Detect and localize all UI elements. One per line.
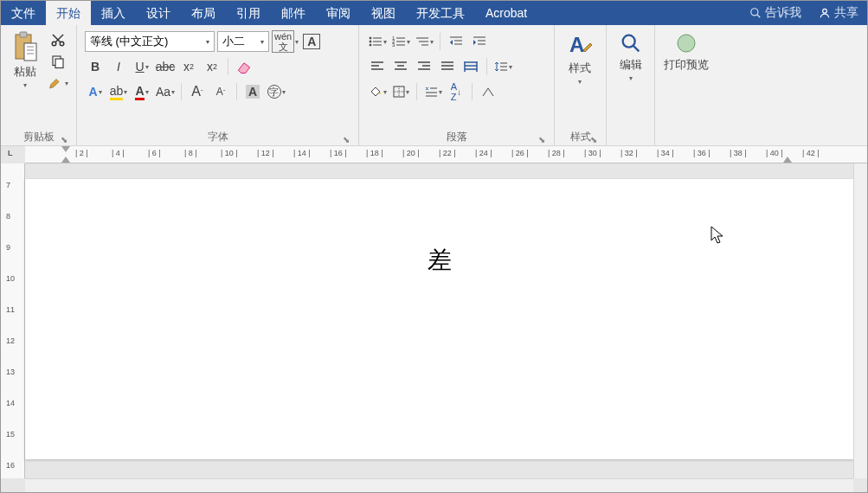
tab-layout[interactable]: 布局	[181, 1, 226, 25]
phonetic-guide-button[interactable]: wén文	[272, 31, 299, 52]
ruler-tick: | 28 |	[548, 149, 565, 157]
first-line-indent-marker[interactable]	[61, 146, 70, 152]
italic-button[interactable]: I	[108, 56, 129, 77]
change-case-button[interactable]: Aa	[155, 81, 176, 102]
tab-insert[interactable]: 插入	[91, 1, 136, 25]
clear-formatting-button[interactable]	[234, 56, 254, 77]
line-spacing-button[interactable]	[492, 56, 513, 77]
font-name-combo[interactable]: 等线 (中文正文)▾	[85, 31, 215, 52]
borders-button[interactable]	[390, 81, 411, 102]
underline-button[interactable]: U	[132, 56, 152, 77]
justify-button[interactable]	[437, 56, 458, 77]
bullets-button[interactable]	[367, 31, 388, 52]
wen-icon: wén文	[272, 30, 294, 53]
distributed-icon	[464, 61, 478, 73]
font-dialog-launcher[interactable]: ⬊	[341, 134, 351, 144]
cut-button[interactable]	[48, 29, 68, 50]
scissors-icon	[50, 32, 66, 48]
tab-review[interactable]: 审阅	[316, 1, 361, 25]
horizontal-scrollbar[interactable]	[25, 478, 853, 492]
align-center-icon	[394, 61, 408, 73]
enclose-char-button[interactable]: 字	[266, 81, 286, 102]
decrease-indent-button[interactable]	[446, 31, 466, 52]
show-marks-button[interactable]	[478, 81, 498, 102]
hanging-indent-marker[interactable]	[61, 157, 70, 163]
group-clipboard: 粘贴 ▾ 剪贴板⬊	[1, 25, 77, 146]
document-text[interactable]: 差	[428, 244, 452, 277]
tab-home[interactable]: 开始	[46, 1, 91, 25]
print-preview-button[interactable]: 打印预览	[659, 28, 713, 131]
document-area[interactable]: 差	[25, 163, 853, 478]
superscript-button[interactable]: x2	[202, 56, 222, 77]
grow-font-button[interactable]: Aˆ	[187, 81, 208, 102]
shading-button[interactable]	[367, 81, 388, 102]
svg-rect-5	[24, 43, 36, 61]
find-icon	[619, 31, 643, 55]
shrink-font-button[interactable]: Aˇ	[210, 81, 231, 102]
tab-acrobat[interactable]: Acrobat	[475, 1, 537, 25]
right-indent-marker[interactable]	[783, 157, 792, 163]
tell-me[interactable]: 告诉我	[741, 5, 810, 21]
ruler-tick: | 26 |	[511, 149, 529, 157]
char-border-button[interactable]: A	[301, 31, 322, 52]
font-color-button[interactable]: A	[132, 81, 152, 102]
paragraph-group-label: 段落	[447, 131, 467, 143]
multilevel-list-button[interactable]	[414, 31, 434, 52]
editing-button[interactable]: 编辑 ▾	[611, 28, 650, 131]
char-shading-button[interactable]: A	[242, 81, 263, 102]
numbering-button[interactable]: 123	[390, 31, 411, 52]
subscript-button[interactable]: x2	[178, 56, 199, 77]
svg-rect-4	[20, 32, 27, 37]
tab-file[interactable]: 文件	[1, 1, 46, 25]
distributed-button[interactable]	[460, 56, 481, 77]
ruler-tick: | 32 |	[620, 149, 638, 157]
snap-to-grid-button[interactable]	[422, 81, 443, 102]
tab-references[interactable]: 引用	[226, 1, 271, 25]
format-painter-button[interactable]	[48, 73, 68, 93]
brush-icon	[48, 75, 64, 91]
highlight-button[interactable]: ab	[108, 81, 129, 102]
ruler-tick: 16	[6, 461, 15, 470]
align-center-button[interactable]	[390, 56, 411, 77]
group-preview: 打印预览	[655, 25, 717, 146]
ruler-tick: 15	[6, 430, 15, 439]
vertical-scrollbar[interactable]	[853, 163, 867, 478]
ruler-horizontal[interactable]: L | 2 || 4 || 6 || 8 || 10 || 12 || 14 |…	[25, 146, 867, 163]
align-left-button[interactable]	[367, 56, 388, 77]
group-editing: 编辑 ▾	[607, 25, 655, 146]
group-styles: A 样式 ▾ 样式⬊	[555, 25, 607, 146]
styles-button[interactable]: A 样式 ▾	[559, 28, 601, 131]
strikethrough-button[interactable]: abc	[155, 56, 176, 77]
svg-rect-14	[55, 59, 63, 68]
search-icon	[749, 7, 762, 19]
ruler-tick: 13	[6, 368, 15, 376]
bold-button[interactable]: B	[85, 56, 106, 77]
paste-button[interactable]: 粘贴 ▾	[5, 28, 44, 131]
a-box-icon: A	[303, 34, 320, 49]
ruler-tick: | 38 |	[730, 149, 747, 157]
align-right-button[interactable]	[414, 56, 434, 77]
clipboard-dialog-launcher[interactable]: ⬊	[59, 134, 69, 144]
styles-dialog-launcher[interactable]: ⬊	[588, 134, 599, 144]
ruler-vertical[interactable]: 78910111213141516	[1, 163, 25, 478]
tab-mailings[interactable]: 邮件	[271, 1, 316, 25]
ruler-tick: | 8 |	[184, 149, 197, 157]
paragraph-dialog-launcher[interactable]: ⬊	[537, 134, 547, 144]
indent-icon	[473, 35, 486, 48]
ruler-tick: 7	[6, 181, 10, 189]
share-button[interactable]: 共享	[810, 5, 867, 21]
ruler-tick: | 36 |	[693, 149, 710, 157]
increase-indent-button[interactable]	[469, 31, 490, 52]
multilevel-icon	[415, 35, 429, 48]
tab-design[interactable]: 设计	[136, 1, 181, 25]
text-effects-button[interactable]: A	[85, 81, 106, 102]
svg-text:A: A	[569, 33, 584, 56]
ruler-tick: 12	[6, 336, 15, 345]
tab-view[interactable]: 视图	[361, 1, 406, 25]
font-size-combo[interactable]: 小二▾	[217, 31, 269, 52]
page[interactable]: 差	[25, 179, 853, 459]
styles-label: 样式	[569, 61, 591, 76]
sort-button[interactable]: AZ↓	[446, 81, 466, 102]
copy-button[interactable]	[48, 51, 68, 72]
tab-devtools[interactable]: 开发工具	[406, 1, 475, 25]
